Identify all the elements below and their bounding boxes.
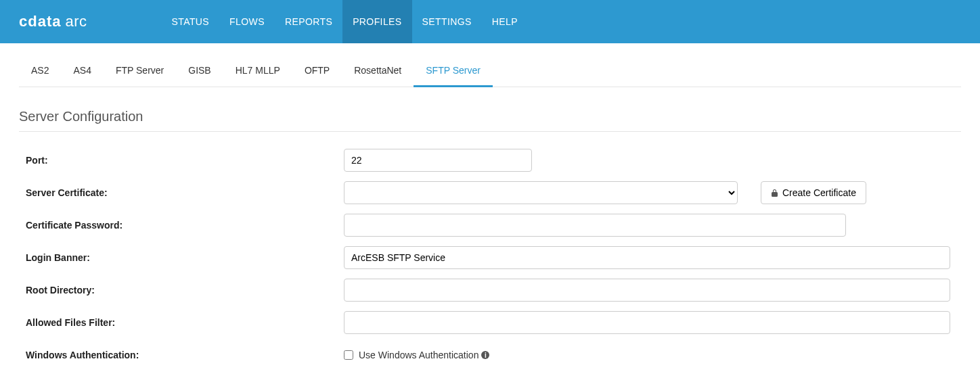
win-auth-checkbox-wrap[interactable]: Use Windows Authentication i <box>344 350 489 360</box>
label-win-auth: Windows Authentication: <box>26 350 344 360</box>
label-server-cert: Server Certificate: <box>26 187 344 198</box>
create-certificate-label: Create Certificate <box>782 187 856 198</box>
label-root-dir: Root Directory: <box>26 285 344 296</box>
lock-icon <box>771 189 778 197</box>
label-login-banner: Login Banner: <box>26 252 344 263</box>
win-auth-checkbox[interactable] <box>344 350 353 360</box>
port-input[interactable] <box>344 149 532 172</box>
top-nav: cdata arc STATUS FLOWS REPORTS PROFILES … <box>0 0 980 43</box>
subtab-as2[interactable]: AS2 <box>19 57 61 87</box>
create-certificate-button[interactable]: Create Certificate <box>761 181 866 204</box>
label-cert-password: Certificate Password: <box>26 220 344 231</box>
subtab-ftp-server[interactable]: FTP Server <box>104 57 176 87</box>
nav-settings[interactable]: SETTINGS <box>412 0 482 43</box>
profile-subtabs: AS2 AS4 FTP Server GISB HL7 MLLP OFTP Ro… <box>19 57 961 87</box>
subtab-oftp[interactable]: OFTP <box>292 57 342 87</box>
cert-password-input[interactable] <box>344 214 846 237</box>
subtab-sftp-server[interactable]: SFTP Server <box>414 57 493 87</box>
nav-status[interactable]: STATUS <box>162 0 220 43</box>
nav-profiles[interactable]: PROFILES <box>342 0 411 43</box>
section-title: Server Configuration <box>19 109 961 132</box>
allowed-filter-input[interactable] <box>344 311 950 334</box>
brand-sub: arc <box>65 13 87 30</box>
server-cert-select[interactable] <box>344 181 738 204</box>
row-cert-password: Certificate Password: <box>19 209 961 241</box>
brand-main: cdata <box>19 13 61 30</box>
row-port: Port: <box>19 144 961 176</box>
nav-reports[interactable]: REPORTS <box>275 0 342 43</box>
nav-help[interactable]: HELP <box>482 0 528 43</box>
info-icon[interactable]: i <box>481 351 489 359</box>
subtab-gisb[interactable]: GISB <box>176 57 223 87</box>
row-login-banner: Login Banner: <box>19 241 961 274</box>
server-config-section: Server Configuration Port: Server Certif… <box>0 87 980 371</box>
nav-items: STATUS FLOWS REPORTS PROFILES SETTINGS H… <box>162 0 528 43</box>
label-port: Port: <box>26 155 344 166</box>
nav-flows[interactable]: FLOWS <box>219 0 275 43</box>
label-allowed-filter: Allowed Files Filter: <box>26 317 344 328</box>
win-auth-checkbox-label: Use Windows Authentication <box>359 350 478 360</box>
subtab-hl7-mllp[interactable]: HL7 MLLP <box>223 57 292 87</box>
brand-logo: cdata arc <box>19 13 87 30</box>
row-server-cert: Server Certificate: Create Certificate <box>19 176 961 209</box>
subtab-as4[interactable]: AS4 <box>61 57 103 87</box>
row-root-dir: Root Directory: <box>19 274 961 306</box>
root-dir-input[interactable] <box>344 279 950 302</box>
subtab-rosettanet[interactable]: RosettaNet <box>342 57 414 87</box>
login-banner-input[interactable] <box>344 246 950 269</box>
row-allowed-filter: Allowed Files Filter: <box>19 306 961 339</box>
row-win-auth: Windows Authentication: Use Windows Auth… <box>19 339 961 371</box>
